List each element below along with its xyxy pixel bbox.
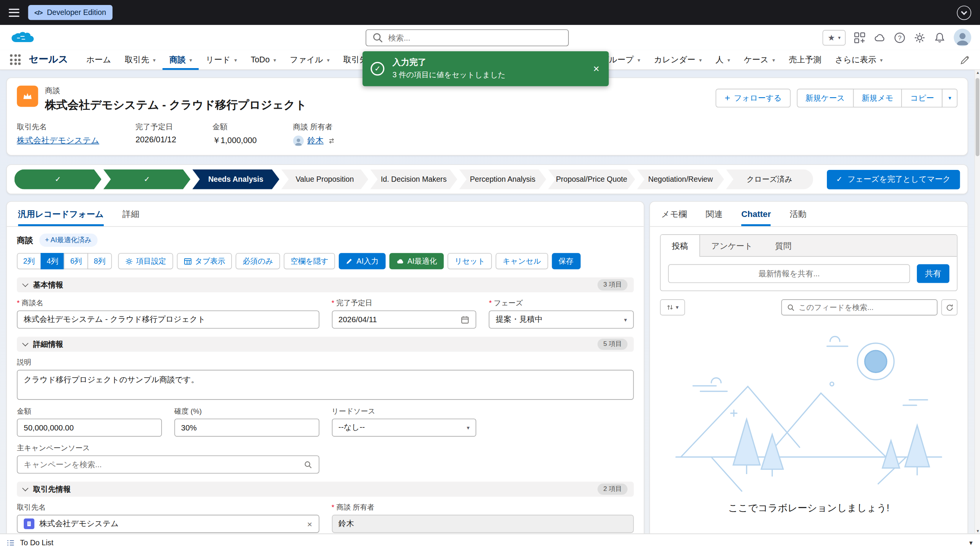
app-grid-add-icon[interactable] <box>854 31 866 43</box>
account-icon <box>24 518 34 529</box>
edit-navigation-pencil-icon[interactable] <box>960 55 970 65</box>
scrollbar-thumb[interactable] <box>976 78 980 156</box>
required-only-button[interactable]: 必須のみ <box>236 253 280 269</box>
mark-stage-complete-button[interactable]: ✓フェーズを完了としてマーク <box>827 170 960 189</box>
hide-empty-button[interactable]: 空欄を隠す <box>284 253 335 269</box>
favorites-button[interactable]: ★▾ <box>823 30 846 46</box>
more-actions-button[interactable]: ▾ <box>942 89 957 108</box>
tab-activity[interactable]: 活動 <box>790 202 807 226</box>
nav-tab-more[interactable]: さらに表示 <box>828 50 889 70</box>
nav-tab-people[interactable]: 人 <box>709 50 737 70</box>
probability-input[interactable]: 30% <box>174 419 319 437</box>
clear-selection-icon[interactable]: × <box>307 520 312 528</box>
nav-tab-leads[interactable]: リード <box>199 50 244 70</box>
todo-list-label[interactable]: To Do List <box>20 538 53 547</box>
layout-6col-button[interactable]: 6列 <box>64 253 88 269</box>
hamburger-menu-icon[interactable] <box>9 8 20 16</box>
share-button[interactable]: 共有 <box>917 264 949 283</box>
section-detail-info[interactable]: 詳細情報 5 項目 <box>17 337 634 352</box>
layout-4col-button[interactable]: 4列 <box>41 253 65 269</box>
feed-search-input[interactable] <box>799 303 932 312</box>
publisher-tab-poll[interactable]: アンケート <box>700 235 764 256</box>
app-launcher-icon[interactable] <box>10 54 21 65</box>
path-stage-value-proposition[interactable]: Value Proposition <box>281 169 368 189</box>
path-stage-proposal-price-quote[interactable]: Proposal/Price Quote <box>548 169 635 189</box>
cancel-button[interactable]: キャンセル <box>496 253 548 269</box>
banner-collapse-button[interactable] <box>957 5 972 20</box>
help-icon[interactable]: ? <box>894 31 906 43</box>
path-stage-completed-2[interactable]: ✓ <box>103 169 190 189</box>
layout-8col-button[interactable]: 8列 <box>88 253 112 269</box>
save-button[interactable]: 保存 <box>552 253 580 269</box>
new-case-button[interactable]: 新規ケース <box>797 89 854 108</box>
nav-tab-calendar[interactable]: カレンダー <box>647 50 709 70</box>
scroll-down-arrow[interactable]: ▼ <box>968 540 974 546</box>
ai-input-button[interactable]: AI入力 <box>339 253 385 269</box>
campaign-lookup[interactable] <box>17 455 319 473</box>
nav-tab-tasks[interactable]: ToDo <box>244 50 283 70</box>
feed-refresh-button[interactable] <box>941 299 957 315</box>
section-account-info[interactable]: 取引先情報 2 項目 <box>17 482 634 497</box>
tab-view-button[interactable]: タブ表示 <box>177 253 232 269</box>
scroll-up-arrow[interactable]: ▲ <box>975 70 980 74</box>
reset-button[interactable]: リセット <box>448 253 492 269</box>
tab-generic-record-form[interactable]: 汎用レコードフォーム <box>18 202 104 226</box>
path-stage-needs-analysis[interactable]: Needs Analysis <box>192 169 279 189</box>
account-lookup-pill[interactable]: 株式会社デモシステム × <box>17 515 319 533</box>
vertical-scrollbar[interactable]: ▲ ▼ <box>974 70 980 533</box>
share-post-input[interactable] <box>668 264 910 283</box>
global-search[interactable] <box>366 29 569 46</box>
path-stage-perception-analysis[interactable]: Perception Analysis <box>459 169 546 189</box>
scroll-down-arrow[interactable]: ▼ <box>975 529 980 533</box>
publisher-tab-question[interactable]: 質問 <box>764 235 802 256</box>
table-icon <box>184 257 192 265</box>
amount-input[interactable]: 50,000,000.00 <box>17 419 162 437</box>
lead-source-select[interactable]: --なし-- ▾ <box>332 419 476 437</box>
campaign-lookup-input[interactable] <box>24 460 299 469</box>
tab-related[interactable]: 関連 <box>706 202 722 226</box>
ai-optimize-button[interactable]: AI最適化 <box>389 253 444 269</box>
ai-optimized-badge: + AI最適化済み <box>39 234 97 247</box>
path-stage-completed-1[interactable]: ✓ <box>15 169 101 189</box>
section-basic-info[interactable]: 基本情報 3 項目 <box>17 277 634 292</box>
developer-edition-badge[interactable]: </> Developer Edition <box>28 5 112 20</box>
tab-chatter[interactable]: Chatter <box>742 202 771 226</box>
path-stage-negotiation-review[interactable]: Negotiation/Review <box>637 169 724 189</box>
nav-tab-accounts[interactable]: 取引先 <box>118 50 162 70</box>
trailhead-cloud-icon[interactable] <box>874 31 885 43</box>
tab-details[interactable]: 詳細 <box>122 202 139 226</box>
description-textarea[interactable]: クラウド移行プロジェクトのサンプル商談です。 <box>17 370 634 400</box>
copy-button[interactable]: コピー <box>902 89 943 108</box>
path-stage-id-decision-makers[interactable]: Id. Decision Makers <box>370 169 457 189</box>
change-owner-icon[interactable] <box>327 137 335 145</box>
tab-notes[interactable]: メモ欄 <box>661 202 687 226</box>
account-link[interactable]: 株式会社デモシステム <box>17 135 99 146</box>
nav-tab-cases[interactable]: ケース <box>737 50 782 70</box>
feed-sort-button[interactable]: ▾ <box>660 299 685 315</box>
owner-input-readonly: 鈴木 <box>332 515 634 533</box>
new-note-button[interactable]: 新規メモ <box>853 89 902 108</box>
layout-2col-button[interactable]: 2列 <box>17 253 41 269</box>
user-avatar[interactable] <box>954 29 971 46</box>
nav-tab-opportunities[interactable]: 商談 <box>162 50 199 70</box>
opportunity-name-input[interactable]: 株式会社デモシステム - クラウド移行プロジェクト <box>17 310 319 328</box>
field-settings-button[interactable]: 項目設定 <box>118 253 173 269</box>
stage-select[interactable]: 提案・見積中 ▾ <box>489 310 634 328</box>
feed-search[interactable] <box>781 299 938 315</box>
global-search-input[interactable] <box>388 33 563 42</box>
calendar-icon[interactable] <box>461 315 470 324</box>
path-stage-closed[interactable]: クローズ済み <box>726 169 813 189</box>
notifications-bell-icon[interactable] <box>934 31 946 43</box>
app-name[interactable]: セールス <box>29 53 68 66</box>
toast-close-icon[interactable]: × <box>592 64 601 74</box>
toast-message: 3 件の項目に値をセットしました <box>392 70 505 81</box>
setup-gear-icon[interactable] <box>914 31 926 43</box>
follow-button[interactable]: +フォローする <box>716 89 791 108</box>
nav-tab-forecasts[interactable]: 売上予測 <box>782 50 828 70</box>
nav-tab-files[interactable]: ファイル <box>283 50 336 70</box>
nav-tab-home[interactable]: ホーム <box>79 50 118 70</box>
salesforce-logo[interactable] <box>9 28 36 47</box>
close-date-input[interactable]: 2026/04/11 <box>332 310 476 328</box>
publisher-tab-post[interactable]: 投稿 <box>661 235 700 257</box>
owner-link[interactable]: 鈴木 <box>307 135 323 146</box>
